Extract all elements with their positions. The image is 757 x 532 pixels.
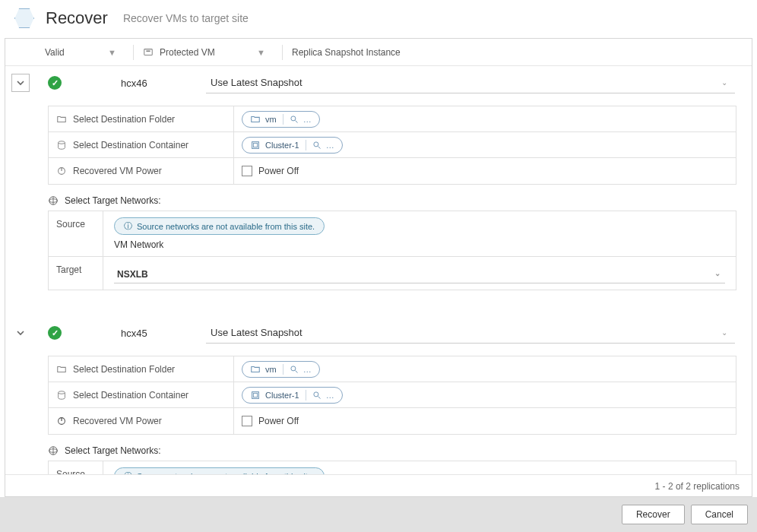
- vm-name: hcx46: [62, 78, 206, 89]
- browse-icon[interactable]: [290, 115, 299, 124]
- status-ok-icon: [48, 326, 62, 340]
- power-label: Recovered VM Power: [73, 416, 162, 426]
- svg-rect-0: [144, 49, 153, 55]
- dest-container-label: Select Destination Container: [73, 140, 188, 150]
- select-networks-label: Select Target Networks:: [65, 445, 161, 456]
- source-info-pill: ⓘ Source networks are not available from…: [114, 217, 325, 235]
- power-label: Recovered VM Power: [73, 166, 162, 176]
- snapshot-select[interactable]: Use Latest Snapshot ⌄: [206, 72, 735, 93]
- column-protected-vm[interactable]: Protected VM ▼: [134, 47, 282, 58]
- chevron-down-icon: ⌄: [721, 78, 727, 87]
- power-icon: [56, 416, 67, 426]
- container-icon: [56, 390, 67, 401]
- target-network-select[interactable]: NSXLB ⌄: [114, 266, 725, 283]
- folder-icon: [250, 114, 261, 125]
- container-value: Cluster-1: [265, 391, 299, 400]
- snapshot-value: Use Latest Snapshot: [211, 77, 302, 88]
- expand-toggle[interactable]: [11, 324, 30, 342]
- column-replica-label: Replica Snapshot Instance: [292, 47, 401, 58]
- expand-toggle[interactable]: [11, 74, 30, 92]
- column-protected-label: Protected VM: [160, 47, 215, 58]
- svg-point-16: [59, 391, 65, 394]
- ellipsis-icon: …: [326, 391, 334, 400]
- status-bar: 1 - 2 of 2 replications: [5, 474, 752, 496]
- svg-point-14: [291, 366, 296, 370]
- status-ok-icon: [48, 76, 62, 90]
- target-label: Target: [49, 257, 103, 290]
- dest-folder-chip[interactable]: vm …: [242, 361, 320, 378]
- svg-rect-1: [146, 50, 150, 52]
- dest-container-label: Select Destination Container: [73, 390, 188, 401]
- dialog-header: Recover Recover VMs to target site: [0, 0, 757, 38]
- cancel-button[interactable]: Cancel: [691, 505, 748, 524]
- source-label: Source: [49, 461, 103, 474]
- snapshot-select[interactable]: Use Latest Snapshot ⌄: [206, 322, 735, 344]
- source-network-value: VM Network: [114, 239, 725, 250]
- ellipsis-icon: …: [303, 115, 312, 124]
- chevron-down-icon: ⌄: [721, 328, 727, 337]
- ellipsis-icon: …: [326, 141, 334, 150]
- column-valid-label: Valid: [45, 47, 65, 58]
- select-networks-label: Select Target Networks:: [65, 195, 161, 206]
- dialog-footer: Recover Cancel: [0, 497, 757, 532]
- network-icon: [48, 445, 59, 456]
- info-text: Source networks are not available from t…: [137, 222, 315, 231]
- chevron-down-icon: ⌄: [714, 269, 721, 277]
- replication-item: hcx45 Use Latest Snapshot ⌄ Select Desti…: [5, 316, 743, 474]
- folder-icon: [56, 364, 67, 375]
- power-off-checkbox[interactable]: [242, 416, 252, 426]
- svg-point-19: [314, 391, 318, 396]
- column-replica-snapshot: Replica Snapshot Instance: [283, 47, 752, 58]
- vm-name: hcx45: [62, 328, 206, 339]
- network-icon: [48, 195, 59, 206]
- svg-line-3: [295, 120, 297, 122]
- svg-point-4: [59, 141, 65, 144]
- filter-icon[interactable]: ▼: [108, 48, 116, 57]
- dest-folder-label: Select Destination Folder: [73, 114, 175, 125]
- column-valid[interactable]: Valid ▼: [36, 47, 133, 58]
- recover-button[interactable]: Recover: [622, 505, 685, 524]
- svg-point-2: [291, 116, 296, 120]
- container-value: Cluster-1: [265, 141, 299, 150]
- source-info-pill: ⓘ Source networks are not available from…: [114, 467, 325, 474]
- target-network-value: NSXLB: [117, 269, 148, 280]
- power-off-label: Power Off: [258, 416, 299, 426]
- svg-rect-6: [253, 143, 257, 147]
- dest-container-chip[interactable]: Cluster-1 …: [242, 387, 343, 404]
- cluster-icon: [250, 140, 261, 150]
- browse-icon[interactable]: [312, 141, 321, 150]
- browse-icon[interactable]: [312, 391, 321, 400]
- replication-item: hcx46 Use Latest Snapshot ⌄ Select Desti…: [5, 66, 743, 296]
- folder-icon: [56, 114, 67, 125]
- svg-rect-18: [253, 393, 257, 397]
- dest-container-chip[interactable]: Cluster-1 …: [242, 137, 343, 154]
- browse-icon[interactable]: [290, 365, 299, 374]
- svg-line-15: [295, 370, 297, 372]
- dest-folder-chip[interactable]: vm …: [242, 111, 320, 128]
- power-icon: [56, 166, 67, 176]
- svg-point-7: [314, 141, 318, 146]
- folder-value: vm: [265, 365, 277, 374]
- folder-value: vm: [265, 115, 277, 124]
- svg-line-20: [318, 396, 320, 398]
- power-off-label: Power Off: [258, 166, 299, 176]
- snapshot-value: Use Latest Snapshot: [211, 327, 302, 338]
- column-headers: Valid ▼ Protected VM ▼ Replica Snapshot …: [5, 39, 752, 66]
- page-subtitle: Recover VMs to target site: [123, 12, 249, 24]
- cluster-icon: [250, 390, 261, 401]
- page-title: Recover: [46, 8, 108, 28]
- svg-line-8: [318, 146, 320, 148]
- container-icon: [56, 140, 67, 150]
- source-label: Source: [49, 211, 103, 256]
- dest-folder-label: Select Destination Folder: [73, 364, 175, 375]
- power-off-checkbox[interactable]: [242, 166, 252, 176]
- vm-icon: [143, 47, 154, 58]
- folder-icon: [250, 364, 261, 375]
- ellipsis-icon: …: [303, 365, 312, 374]
- recover-logo-icon: [14, 8, 35, 29]
- filter-icon[interactable]: ▼: [257, 48, 265, 57]
- info-icon: ⓘ: [124, 220, 132, 232]
